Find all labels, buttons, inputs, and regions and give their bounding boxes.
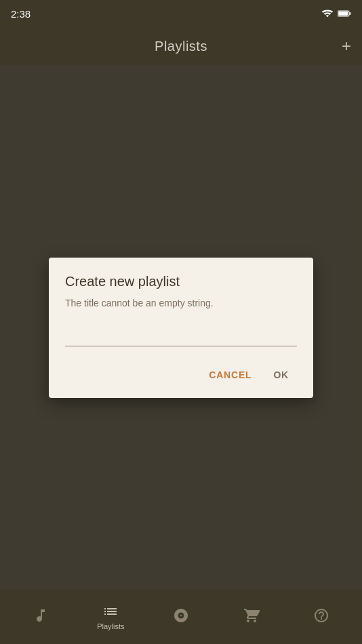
playlist-title-input[interactable] xyxy=(65,327,297,346)
dialog-overlay: Create new playlist The title cannot be … xyxy=(0,65,362,590)
add-playlist-button[interactable]: + xyxy=(342,38,351,54)
dialog-input-wrapper xyxy=(65,327,297,346)
wifi-icon xyxy=(321,9,334,18)
nav-item-cart[interactable] xyxy=(216,590,287,644)
create-playlist-dialog: Create new playlist The title cannot be … xyxy=(49,258,313,398)
cancel-button[interactable]: CANCEL xyxy=(201,363,260,387)
nav-item-help[interactable] xyxy=(286,590,357,644)
app-bar: Playlists + xyxy=(0,27,362,65)
app-bar-title: Playlists xyxy=(155,39,207,54)
question-icon xyxy=(313,607,329,624)
nav-item-playlists[interactable]: Playlists xyxy=(76,590,146,644)
svg-rect-2 xyxy=(338,12,348,15)
cart-icon xyxy=(243,607,260,624)
dialog-actions: CANCEL OK xyxy=(65,363,297,387)
status-bar: 2:38 xyxy=(0,0,362,27)
nav-item-albums[interactable] xyxy=(146,590,216,644)
disc-icon xyxy=(173,607,189,624)
playlist-icon xyxy=(102,603,119,620)
dialog-title: Create new playlist xyxy=(65,274,297,289)
status-icons xyxy=(321,9,351,18)
status-time: 2:38 xyxy=(11,8,31,20)
music-note-icon xyxy=(33,607,49,624)
main-content: Create new playlist The title cannot be … xyxy=(0,65,362,590)
bottom-nav: Playlists xyxy=(0,590,362,644)
svg-rect-1 xyxy=(349,12,350,15)
nav-label-playlists: Playlists xyxy=(97,622,124,630)
nav-item-songs[interactable] xyxy=(5,590,76,644)
ok-button[interactable]: OK xyxy=(265,363,297,387)
dialog-message: The title cannot be an empty string. xyxy=(65,296,297,310)
battery-icon xyxy=(338,9,351,18)
